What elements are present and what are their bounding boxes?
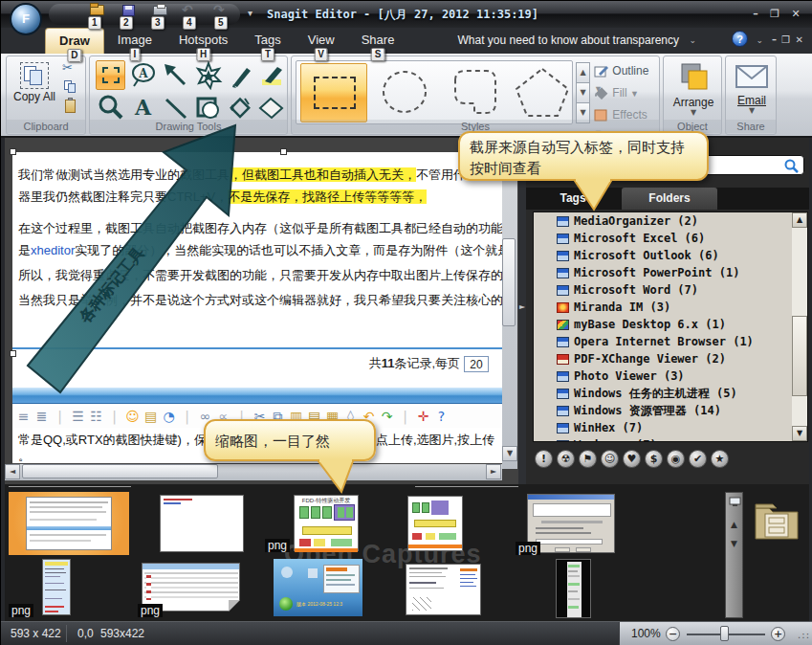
- tag-list-item[interactable]: Opera Internet Browser (1): [534, 333, 807, 350]
- editor-toolbar-icon[interactable]: ↷: [378, 407, 396, 426]
- application-menu-button[interactable]: F: [10, 3, 42, 35]
- tray-scroll-down-icon[interactable]: ▼: [731, 539, 737, 548]
- tags-callout[interactable]: 截屏来源自动写入标签，同时支持按时间查看: [458, 131, 709, 181]
- style-swatch-selected[interactable]: [300, 63, 367, 122]
- line-tool-button[interactable]: [161, 93, 190, 122]
- text-tool-button[interactable]: A: [128, 93, 158, 122]
- document-close-button[interactable]: ✕: [796, 34, 803, 46]
- thumbnail[interactable]: [406, 564, 481, 615]
- thumbnail[interactable]: [407, 496, 463, 551]
- tag-list-item[interactable]: Photo Viewer (3): [534, 367, 807, 385]
- copy-all-button[interactable]: Copy All: [7, 56, 62, 122]
- copy-icon[interactable]: [62, 79, 79, 94]
- gallery-up-button[interactable]: ▲: [576, 62, 590, 83]
- resize-grip[interactable]: .::: [798, 630, 810, 641]
- check-stamp-icon[interactable]: ✔: [689, 450, 707, 468]
- exclamation-stamp-icon[interactable]: !: [535, 450, 553, 468]
- fill-tool-button[interactable]: [226, 93, 255, 122]
- thumbnail[interactable]: [556, 559, 591, 618]
- captured-image[interactable]: 我们常做测试当然选用专业的截图工具，但截图工具也和自动插入无关，不管用什么工具我…: [12, 152, 502, 463]
- thumbnail-selected[interactable]: [9, 492, 129, 555]
- document-minimize-button[interactable]: –: [772, 34, 777, 46]
- tab-share[interactable]: ShareS: [348, 28, 408, 54]
- editor-toolbar-icon[interactable]: ☰: [69, 407, 87, 426]
- transparency-help-link[interactable]: What you need to know about transparency: [458, 33, 679, 48]
- stamp-tool-button[interactable]: [193, 60, 223, 90]
- canvas-hscrollbar[interactable]: ◄ ►: [5, 464, 502, 480]
- tag-list-item[interactable]: MediaOrganizer (2): [534, 212, 807, 230]
- flag-stamp-icon[interactable]: ⚑: [579, 450, 597, 468]
- style-swatch-polygon[interactable]: [509, 63, 576, 122]
- smiley-stamp-icon[interactable]: ☺: [601, 450, 619, 468]
- editor-toolbar-icon[interactable]: ?: [432, 407, 450, 426]
- cut-icon[interactable]: ✂: [62, 60, 79, 75]
- tag-list-item[interactable]: Miranda IM (3): [534, 299, 807, 316]
- tab-view[interactable]: ViewV: [295, 28, 348, 54]
- zoom-slider-thumb[interactable]: [720, 626, 729, 641]
- tag-list-item[interactable]: myBase Desktop 6.x (1): [534, 316, 807, 333]
- tray-callout[interactable]: 缩略图，一目了然: [204, 419, 376, 461]
- dollar-stamp-icon[interactable]: $: [645, 450, 663, 468]
- panel-splitter[interactable]: ►: [518, 138, 526, 484]
- thumbnail[interactable]: FDD-特性驱动开发: [294, 495, 359, 551]
- tray-scroll-up-icon[interactable]: ▲: [731, 520, 737, 529]
- editor-toolbar-icon[interactable]: ◔: [160, 407, 178, 426]
- star-stamp-icon[interactable]: ★: [711, 450, 729, 468]
- selection-handle[interactable]: [280, 148, 287, 155]
- tray-scroll-strip[interactable]: ▲ ▼: [725, 492, 743, 618]
- ribbon-chevron-icon[interactable]: ⌄: [756, 36, 763, 45]
- tag-list-item[interactable]: Microsoft Word (7): [534, 281, 807, 299]
- list-scroll-down-icon[interactable]: ▼: [792, 426, 807, 441]
- tag-list[interactable]: MediaOrganizer (2)Microsoft Excel (6)Mic…: [533, 211, 808, 442]
- scroll-left-icon[interactable]: ◄: [5, 464, 20, 479]
- document-restore-button[interactable]: ❐: [781, 34, 790, 46]
- editor-toolbar-icon[interactable]: ✛: [414, 407, 432, 426]
- zoom-out-button[interactable]: −: [666, 627, 680, 641]
- scroll-right-icon[interactable]: ►: [486, 464, 501, 479]
- pen-tool-button[interactable]: [226, 60, 255, 90]
- help-icon[interactable]: ?: [732, 31, 748, 47]
- style-swatch-ellipse[interactable]: [371, 63, 438, 122]
- selection-handle[interactable]: [10, 350, 16, 357]
- paste-icon[interactable]: [62, 99, 79, 113]
- editor-toolbar-icon[interactable]: ≡: [14, 407, 33, 426]
- close-button[interactable]: ✕: [788, 8, 803, 21]
- tag-list-item[interactable]: Windows 任务的主机进程 (5): [534, 385, 807, 402]
- eraser-tool-button[interactable]: [256, 93, 286, 122]
- outline-dropdown[interactable]: Outline ▼: [594, 62, 659, 81]
- minimize-button[interactable]: –: [748, 8, 763, 21]
- tab-tags[interactable]: TagsT: [241, 28, 294, 54]
- bulb-stamp-icon[interactable]: ◉: [667, 450, 685, 468]
- fill-dropdown[interactable]: Fill ▼: [594, 84, 639, 103]
- library-folder-icon[interactable]: [754, 500, 800, 543]
- thumbnail[interactable]: [160, 495, 244, 552]
- arrange-button[interactable]: Arrange ▼: [671, 61, 715, 121]
- tab-folders[interactable]: Folders: [622, 188, 717, 210]
- tag-list-item[interactable]: WinHex (7): [534, 419, 807, 436]
- canvas-vscrollbar[interactable]: ▲ ▼: [502, 138, 517, 469]
- help-chevron-icon[interactable]: ⌄: [689, 36, 696, 45]
- zoom-in-button[interactable]: +: [771, 627, 785, 641]
- thumbnail[interactable]: [42, 559, 71, 615]
- page-size-input[interactable]: 20: [464, 356, 489, 372]
- editor-toolbar-icon[interactable]: ≣: [33, 407, 51, 426]
- editor-toolbar-icon[interactable]: ☺: [123, 407, 142, 426]
- editor-toolbar-icon[interactable]: ▤: [142, 407, 160, 426]
- tab-image[interactable]: ImageI: [104, 28, 165, 54]
- shape-tool-button[interactable]: [193, 93, 223, 122]
- tag-list-item[interactable]: PDF-XChange Viewer (2): [534, 350, 807, 367]
- style-swatch-freehand[interactable]: [440, 63, 507, 122]
- tab-draw[interactable]: DrawD: [45, 28, 104, 54]
- tag-list-scrollbar[interactable]: ▲ ▼: [792, 212, 807, 441]
- list-scroll-thumb[interactable]: [792, 316, 807, 396]
- selection-tool-button[interactable]: [96, 60, 125, 90]
- gallery-down-button[interactable]: ▼: [576, 82, 590, 103]
- tag-list-item[interactable]: Windows 资源管理器 (14): [534, 402, 807, 419]
- hscroll-thumb[interactable]: [22, 464, 218, 478]
- highlighter-tool-button[interactable]: [256, 60, 286, 90]
- restore-button[interactable]: ❐: [767, 8, 782, 21]
- editor-toolbar-icon[interactable]: ☷: [87, 407, 105, 426]
- tag-list-item[interactable]: Microsoft Outlook (6): [534, 247, 807, 264]
- heart-stamp-icon[interactable]: ♥: [623, 450, 641, 468]
- zoom-tool-button[interactable]: [96, 93, 125, 122]
